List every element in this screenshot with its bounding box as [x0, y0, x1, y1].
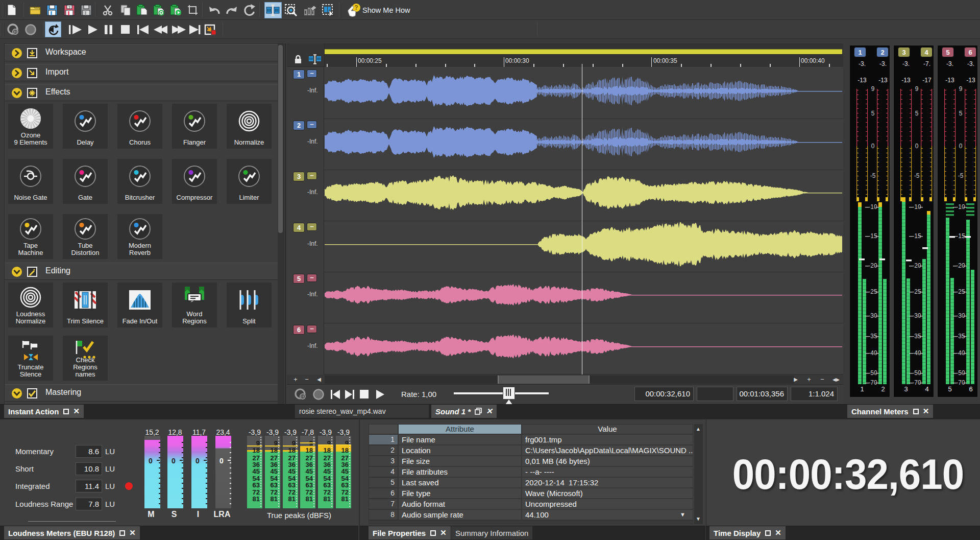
svg-text:?: ? [354, 4, 358, 11]
svg-text:?: ? [68, 5, 71, 10]
